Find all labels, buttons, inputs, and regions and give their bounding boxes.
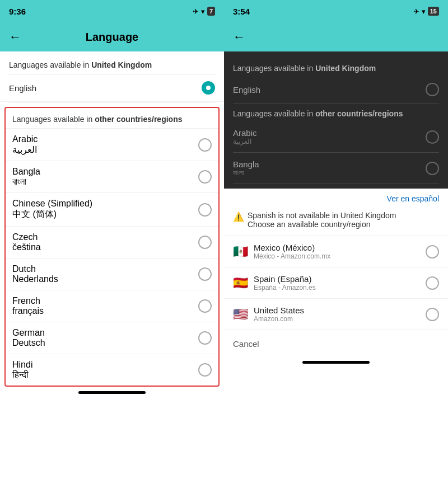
- lang-radio-6[interactable]: [198, 331, 212, 345]
- left-english-name: English: [9, 83, 36, 93]
- right-dimmed-bangla-native: বাংলা: [233, 169, 259, 177]
- country-flag-0: 🇲🇽: [233, 245, 248, 259]
- lang-native-3: čeština: [12, 242, 41, 252]
- lang-native-2: 中文 (简体): [12, 209, 92, 220]
- wifi-icon: ▾: [201, 7, 205, 16]
- right-bottom-bar: [302, 361, 370, 364]
- country-radio-0[interactable]: [426, 245, 439, 259]
- right-dimmed-english-name: English: [233, 85, 260, 95]
- right-dimmed-english-radio: [426, 83, 439, 96]
- left-english-item[interactable]: English: [0, 74, 224, 102]
- country-list: 🇲🇽 Mexico (México) México - Amazon.com.m…: [224, 236, 448, 330]
- country-flag-2: 🇺🇸: [233, 307, 248, 322]
- right-phone-panel: 3:54 ✈ ▾ 15 ← Languages available in Uni…: [224, 0, 448, 484]
- left-lang-item-2[interactable]: Chinese (Simplified) 中文 (简体): [6, 193, 218, 227]
- lang-radio-0[interactable]: [198, 138, 212, 152]
- left-status-bar: 9:36 ✈ ▾ 7: [0, 0, 224, 22]
- country-flag-1: 🇪🇸: [233, 276, 248, 290]
- country-sub-1: España - Amazon.es: [254, 284, 426, 292]
- left-other-languages-list: Arabic العربية Bangla বাংলা Chinese (Sim…: [6, 129, 218, 386]
- right-dimmed-arabic-radio: [426, 130, 439, 144]
- right-other-header: Languages available in other countries/r…: [233, 104, 439, 121]
- country-sub-0: México - Amazon.com.mx: [254, 252, 426, 260]
- left-status-time: 9:36: [9, 7, 26, 16]
- country-item-1[interactable]: 🇪🇸 Spain (España) España - Amazon.es: [224, 267, 448, 298]
- left-bottom-bar: [78, 391, 146, 394]
- lang-native-5: français: [12, 306, 44, 316]
- right-dimmed-arabic: Arabic العربية: [233, 121, 439, 153]
- right-status-time: 3:54: [233, 7, 250, 16]
- warning-icon: ⚠️: [233, 212, 244, 222]
- country-radio-2[interactable]: [426, 308, 439, 321]
- left-uk-section-header: Languages available in United Kingdom: [0, 51, 224, 74]
- spanish-warning-text: Spanish is not available in United Kingd…: [248, 211, 396, 229]
- right-dimmed-section: Languages available in United Kingdom En…: [224, 51, 448, 189]
- lang-radio-1[interactable]: [198, 170, 212, 184]
- left-content: Languages available in United Kingdom En…: [0, 51, 224, 484]
- lang-radio-4[interactable]: [198, 267, 212, 281]
- right-status-icons: ✈ ▾ 15: [413, 7, 439, 16]
- left-header: ← Language: [0, 22, 224, 51]
- lang-native-6: Deutsch: [12, 338, 45, 348]
- right-wifi-icon: ▾: [422, 7, 426, 16]
- right-dimmed-bangla-radio: [426, 162, 439, 175]
- left-phone-panel: 9:36 ✈ ▾ 7 ← Language Languages availabl…: [0, 0, 224, 484]
- left-other-divider: [9, 102, 215, 102]
- left-battery: 7: [207, 7, 215, 16]
- right-dimmed-arabic-native: العربية: [233, 138, 257, 145]
- lang-native-1: বাংলা: [12, 177, 40, 187]
- right-back-button[interactable]: ←: [233, 30, 245, 44]
- right-uk-header: Languages available in United Kingdom: [233, 58, 439, 76]
- airplane-icon: ✈: [193, 7, 199, 16]
- right-dimmed-arabic-name: Arabic: [233, 128, 257, 138]
- lang-native-7: हिन्दी: [12, 370, 32, 380]
- left-lang-item-1[interactable]: Bangla বাংলা: [6, 161, 218, 193]
- lang-name-6: German: [12, 328, 45, 338]
- left-lang-item-4[interactable]: Dutch Nederlands: [6, 259, 218, 290]
- left-lang-item-5[interactable]: French français: [6, 290, 218, 322]
- left-lang-item-6[interactable]: German Deutsch: [6, 322, 218, 354]
- right-airplane-icon: ✈: [413, 7, 419, 16]
- lang-radio-5[interactable]: [198, 299, 212, 313]
- country-sub-2: Amazon.com: [254, 315, 426, 323]
- left-status-icons: ✈ ▾ 7: [193, 7, 215, 16]
- left-lang-item-7[interactable]: Hindi हिन्दी: [6, 354, 218, 386]
- left-other-countries-header: Languages available in other countries/r…: [6, 108, 218, 129]
- country-item-2[interactable]: 🇺🇸 United States Amazon.com: [224, 298, 448, 330]
- country-item-0[interactable]: 🇲🇽 Mexico (México) México - Amazon.com.m…: [224, 236, 448, 267]
- right-battery: 15: [428, 7, 439, 16]
- cancel-button[interactable]: Cancel: [224, 330, 448, 358]
- right-dimmed-bangla: Bangla বাংলা: [233, 153, 439, 184]
- spanish-warning: ⚠️ Spanish is not available in United Ki…: [224, 206, 448, 236]
- country-name-2: United States: [254, 306, 426, 315]
- lang-name-0: Arabic: [12, 134, 38, 144]
- lang-radio-2[interactable]: [198, 203, 212, 217]
- country-radio-1[interactable]: [426, 276, 439, 290]
- lang-native-0: العربية: [12, 144, 38, 155]
- right-dimmed-bangla-name: Bangla: [233, 159, 259, 169]
- left-english-radio[interactable]: [202, 81, 215, 95]
- lang-name-4: Dutch: [12, 264, 58, 274]
- lang-name-7: Hindi: [12, 360, 32, 370]
- lang-native-4: Nederlands: [12, 274, 58, 284]
- right-modal-content: Ver en español ⚠️ Spanish is not availab…: [224, 189, 448, 484]
- right-dimmed-english: English: [233, 76, 439, 104]
- ver-en-espanol-link[interactable]: Ver en español: [224, 189, 448, 206]
- right-header: ←: [224, 22, 448, 51]
- left-back-button[interactable]: ←: [9, 30, 21, 44]
- left-other-countries-section: Languages available in other countries/r…: [4, 107, 220, 387]
- right-status-bar: 3:54 ✈ ▾ 15: [224, 0, 448, 22]
- lang-name-3: Czech: [12, 232, 41, 242]
- left-page-title: Language: [28, 31, 196, 44]
- lang-name-1: Bangla: [12, 167, 40, 177]
- lang-name-5: French: [12, 296, 44, 306]
- lang-radio-3[interactable]: [198, 236, 212, 249]
- lang-name-2: Chinese (Simplified): [12, 199, 92, 209]
- country-name-1: Spain (España): [254, 274, 426, 284]
- country-name-0: Mexico (México): [254, 243, 426, 252]
- left-lang-item-0[interactable]: Arabic العربية: [6, 129, 218, 161]
- left-lang-item-3[interactable]: Czech čeština: [6, 227, 218, 259]
- lang-radio-7[interactable]: [198, 363, 212, 377]
